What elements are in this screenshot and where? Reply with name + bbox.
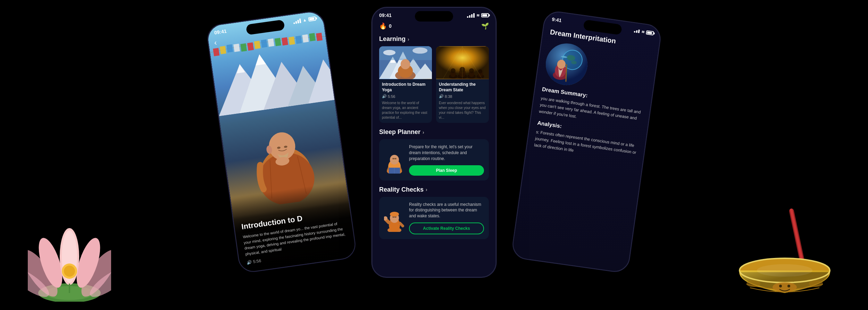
card1-title: Introduction to Dream Yoga (382, 82, 429, 93)
right-phone-time: 9:41 (552, 16, 562, 23)
svg-point-65 (401, 59, 410, 69)
left-phone: 09:41 ▲ (206, 10, 357, 274)
dynamic-island-center (415, 11, 453, 22)
svg-marker-28 (254, 54, 266, 66)
phones-container: 09:41 ▲ (226, 0, 642, 310)
right-phone: 9:41 ≋ (511, 10, 662, 274)
learning-chevron: › (408, 36, 409, 42)
center-phone: 09:41 ≋ (372, 7, 496, 278)
app-header: 🔥 0 🌱 (372, 19, 496, 34)
sleep-planner-icon (384, 148, 405, 172)
card1-image (379, 46, 432, 79)
right-wifi-icon: ≋ (641, 30, 645, 34)
sleep-planner-desc: Prepare for the night, let's set your dr… (409, 144, 484, 161)
svg-point-79 (478, 69, 483, 74)
sleep-planner-chevron: › (423, 129, 424, 135)
center-phone-time: 09:41 (379, 12, 392, 18)
reality-checks-card: Reality checks are a useful mechanism fo… (379, 197, 489, 239)
svg-point-70 (451, 68, 456, 73)
wifi-icon: ▲ (302, 17, 307, 23)
card-dream-yoga[interactable]: Introduction to Dream Yoga 🔊 5:56 Welcom… (379, 46, 432, 123)
card2-image (436, 46, 489, 79)
reality-checks-desc: Reality checks are a useful mechanism fo… (409, 202, 484, 219)
header-coins-area: 🔥 0 (379, 22, 392, 30)
learning-cards: Introduction to Dream Yoga 🔊 5:56 Welcom… (372, 46, 496, 127)
sleep-planner-text: Prepare for the night, let's set your dr… (409, 144, 484, 175)
center-battery (481, 13, 489, 17)
card1-info: Introduction to Dream Yoga 🔊 5:56 Welcom… (379, 79, 432, 123)
svg-point-22 (757, 264, 812, 277)
svg-point-76 (469, 68, 474, 73)
speaker-icon-left: 🔊 (246, 260, 252, 265)
svg-point-19 (787, 285, 790, 287)
svg-point-86 (392, 158, 394, 159)
scene: 09:41 ▲ (0, 0, 868, 310)
coins-count: 0 (389, 23, 392, 29)
activate-reality-checks-button[interactable]: Activate Reality Checks (409, 223, 484, 234)
right-battery (646, 30, 654, 35)
card-dream-state[interactable]: Understanding the Dream State 🔊 8:38 Eve… (436, 46, 489, 123)
sleep-planner-title[interactable]: Sleep Planner › (372, 127, 496, 139)
right-signal-bars (634, 29, 640, 33)
svg-point-11 (64, 266, 75, 277)
plant-icon: 🌱 (481, 22, 489, 30)
flame-icon: 🔥 (379, 22, 387, 30)
svg-point-87 (394, 158, 397, 159)
singing-bowl-decoration (729, 201, 840, 307)
svg-point-20 (746, 280, 760, 287)
reality-checks-icon (384, 206, 405, 230)
card1-duration: 🔊 5:56 (382, 94, 429, 99)
sleep-planner-card: Prepare for the night, let's set your dr… (379, 139, 489, 180)
left-phone-time: 09:41 (214, 28, 227, 35)
svg-rect-30 (213, 48, 219, 56)
reality-checks-text: Reality checks are a useful mechanism fo… (409, 202, 484, 234)
svg-point-21 (809, 280, 823, 287)
card2-title: Understanding the Dream State (439, 82, 486, 93)
signal-bars (293, 18, 301, 24)
learning-section-title[interactable]: Learning › (372, 34, 496, 46)
back-button[interactable]: ‹ (214, 38, 217, 47)
center-wifi-icon: ≋ (476, 13, 479, 18)
svg-point-96 (390, 212, 399, 217)
center-status-icons: ≋ (467, 13, 489, 18)
plan-sleep-button[interactable]: Plan Sleep (409, 165, 484, 176)
reality-checks-title[interactable]: Reality Checks › (372, 185, 496, 197)
card2-duration: 🔊 8:38 (439, 94, 486, 99)
svg-point-85 (390, 155, 399, 165)
svg-point-61 (383, 50, 395, 56)
card1-speaker-icon: 🔊 (382, 94, 387, 99)
card2-description: Ever wondered what happens when you clos… (439, 101, 486, 120)
card2-info: Understanding the Dream State 🔊 8:38 Eve… (436, 79, 489, 123)
card1-description: Welcome to the world of dream yoga, an a… (382, 101, 429, 120)
reality-checks-chevron: › (426, 187, 427, 192)
svg-point-18 (779, 285, 782, 287)
battery-icon (308, 16, 316, 22)
center-signal-bars (467, 13, 475, 18)
lotus-decoration (28, 225, 111, 303)
card2-speaker-icon: 🔊 (439, 94, 444, 99)
svg-point-62 (412, 48, 427, 54)
oracle-image (543, 41, 590, 88)
right-status-icons: ≋ (634, 28, 654, 36)
